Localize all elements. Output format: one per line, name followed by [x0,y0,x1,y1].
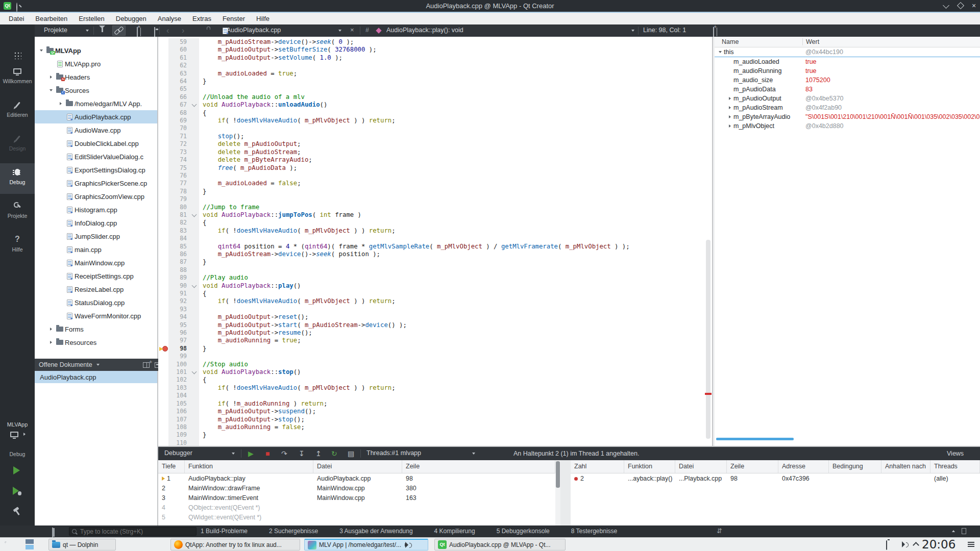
output-pane-5-debuggerkonsole[interactable]: 5 Debuggerkonsole [497,528,550,535]
fold-chevron-icon[interactable] [192,212,197,217]
breakpoint-gutter[interactable] [158,38,168,46]
open-documents-chevron-icon[interactable] [96,364,100,366]
tree-item-resizelabel-cpp[interactable]: ResizeLabel.cpp [35,283,157,296]
breakpoint-gutter[interactable] [158,408,168,415]
stack-col-tiefe[interactable]: Tiefe [158,460,185,473]
fold-gutter[interactable] [190,204,199,211]
views-button[interactable]: Views [947,450,964,457]
task-qt-dolphin[interactable]: qt — Dolphin [48,539,116,550]
breakpoint-gutter[interactable] [158,188,168,195]
tree-item-sources[interactable]: CSources [35,84,157,97]
tree-item-audioplayback-cpp[interactable]: AudioPlayback.cpp [35,110,157,123]
tree-item-exportsettingsdialog-cp[interactable]: ExportSettingsDialog.cp [35,163,157,177]
fold-gutter[interactable] [190,156,199,164]
tree-item-mainwindow-cpp[interactable]: MainWindow.cpp [35,256,157,269]
fold-gutter[interactable] [190,361,199,368]
variable-row-this[interactable]: this@0x44bc190 [715,47,980,57]
tree-item-forms[interactable]: Forms [35,322,157,336]
code-line[interactable]: 85 qint64 position = 4 * (qint64)( frame… [158,243,712,251]
restart-icon[interactable]: ↻ [331,448,337,459]
breakpoint-gutter[interactable] [158,180,168,187]
breakpoint-gutter[interactable] [158,423,168,431]
tree-item-histogram-cpp[interactable]: Histogram.cpp [35,203,157,216]
breakpoint-gutter[interactable] [158,140,168,148]
code-line[interactable]: 108 m_audioRunning = false; [158,423,712,431]
build-button[interactable] [13,507,21,517]
bp-col-datei[interactable]: Datei [675,460,727,473]
breakpoint-gutter[interactable] [158,78,168,85]
tree-item-doubleclicklabel-cpp[interactable]: DoubleClickLabel.cpp [35,137,157,150]
code-line[interactable]: 75 free( m_pAudioData ); [158,164,712,172]
output-pane-8-testergebnisse[interactable]: 8 Testergebnisse [571,528,618,535]
clock[interactable]: 20:06 [922,538,955,551]
variable-row-m-paudiostream[interactable]: m_pAudioStream@0x4f2ab90 [715,103,980,112]
fold-gutter[interactable] [190,85,199,93]
tree-item-main-cpp[interactable]: main.cpp [35,243,157,256]
fold-gutter[interactable] [190,235,199,242]
code-line[interactable]: 69 if( !doesMlvHaveAudio( m_pMlvObject )… [158,117,712,124]
fold-gutter[interactable] [190,219,199,227]
stack-frame-4[interactable]: 4QObject::event(QEvent *) [158,503,555,512]
fold-gutter[interactable] [190,140,199,148]
fold-gutter[interactable] [190,392,199,399]
breakpoint-gutter[interactable] [158,282,168,290]
breakpoint-gutter[interactable] [158,211,168,219]
filter-icon[interactable] [99,26,105,37]
fold-gutter[interactable] [190,431,199,439]
menu-datei[interactable]: Datei [3,13,30,24]
variable-row-m-audio-size[interactable]: m_audio_size1075200 [715,76,980,85]
step-into-icon[interactable]: ↧ [299,448,305,459]
expand-chevron-icon[interactable] [47,76,55,79]
audio-playing-icon[interactable] [405,543,407,546]
variable-row-m-audiorunning[interactable]: m_audioRunningtrue [715,66,980,76]
code-line[interactable]: 61 m_pAudioOutput->setVolume( 1.0 ); [158,54,712,62]
breakpoint-gutter[interactable] [158,416,168,423]
code-line[interactable]: 67void AudioPlayback::unloadAudio() [158,101,712,109]
breakpoint-gutter[interactable] [158,345,168,353]
bp-col-threads[interactable]: Threads [930,460,980,473]
fold-gutter[interactable] [190,321,199,329]
tree-item-graphicszoomview-cpp[interactable]: GraphicsZoomView.cpp [35,190,157,203]
locals-col-value[interactable]: Wert [802,38,980,45]
code-line[interactable]: 92 if( !doesMlvHaveAudio( m_pMlvObject )… [158,297,712,305]
clipboard-tray-icon[interactable] [886,540,887,550]
code-line[interactable]: 76 [158,172,712,180]
statusbar-pane-icon[interactable] [962,528,966,534]
fold-gutter[interactable] [190,329,199,337]
stack-frame-3[interactable]: 3MainWindow::timerEventMainWindow.cpp163 [158,493,555,503]
fold-gutter[interactable] [190,313,199,321]
forward-icon[interactable]: › [182,26,184,36]
breakpoint-gutter[interactable] [158,321,168,329]
code-line[interactable]: 91{ [158,290,712,297]
breakpoint-gutter[interactable] [158,46,168,54]
debugger-selector[interactable]: Debugger [164,449,192,457]
breakpoint-gutter[interactable] [158,368,168,376]
code-line[interactable]: 78} [158,188,712,195]
fold-chevron-icon[interactable] [192,102,197,107]
tree-item-headers[interactable]: hHeaders [35,70,157,84]
fold-gutter[interactable] [190,172,199,180]
file-selector-chevron-icon[interactable] [338,30,341,32]
breakpoint-gutter[interactable] [158,227,168,235]
breakpoint-gutter[interactable] [158,219,168,227]
close-icon[interactable]: × [972,2,976,9]
expand-chevron-icon[interactable] [47,328,55,331]
breakpoint-gutter[interactable] [158,109,168,117]
kit-selector[interactable] [10,430,18,439]
toggle-sidebar-icon[interactable] [52,528,53,537]
fold-gutter[interactable] [190,243,199,251]
code-line[interactable]: 94 m_pAudioOutput->reset(); [158,313,712,321]
code-line[interactable]: 95 m_pAudioOutput->start( m_pAudioStream… [158,321,712,329]
split-pane-icon[interactable] [137,27,138,37]
expand-chevron-icon[interactable] [47,89,55,91]
tree-item-jumpslider-cpp[interactable]: JumpSlider.cpp [35,230,157,243]
breakpoint-gutter[interactable] [158,353,168,360]
fold-gutter[interactable] [190,54,199,62]
statusbar-up-icon[interactable] [952,530,955,532]
breakpoint-gutter[interactable] [158,54,168,62]
breakpoint-gutter[interactable] [158,70,168,78]
symbol-selector-chevron-icon[interactable] [631,30,634,32]
breakpoint-gutter[interactable] [158,235,168,242]
breakpoint-gutter[interactable] [158,376,168,384]
fold-gutter[interactable] [190,124,199,132]
